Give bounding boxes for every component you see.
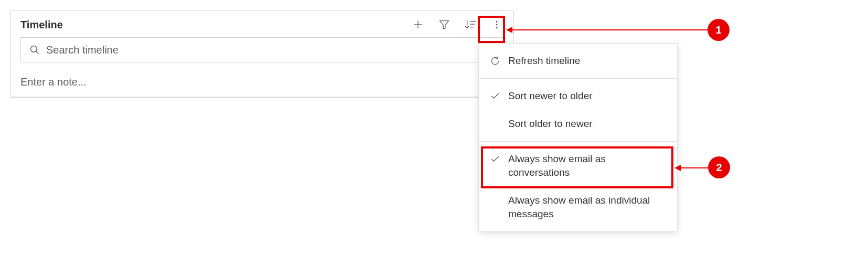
more-dropdown: Refresh timeline Sort newer to older Sor… bbox=[478, 43, 678, 231]
note-row bbox=[11, 68, 513, 97]
empty-icon bbox=[489, 118, 501, 130]
menu-label-sort-newer: Sort newer to older bbox=[508, 89, 593, 103]
svg-point-8 bbox=[496, 24, 498, 26]
search-wrap bbox=[11, 37, 513, 68]
menu-label-email-indiv: Always show email as individual messages bbox=[508, 194, 667, 220]
annotation-number-1: 1 bbox=[715, 24, 721, 36]
annotation-arrow-2 bbox=[674, 165, 681, 171]
menu-item-sort-newer[interactable]: Sort newer to older bbox=[479, 82, 677, 110]
filter-button[interactable] bbox=[437, 17, 452, 32]
menu-label-refresh: Refresh timeline bbox=[508, 54, 580, 68]
svg-marker-2 bbox=[440, 21, 449, 29]
dropdown-section-email: Always show email as conversations Alway… bbox=[479, 142, 677, 231]
dropdown-section-sort: Sort newer to older Sort older to newer bbox=[479, 79, 677, 142]
more-vertical-icon bbox=[491, 19, 502, 30]
menu-item-sort-older[interactable]: Sort older to newer bbox=[479, 110, 677, 138]
annotation-arrow-1 bbox=[506, 27, 512, 33]
svg-point-9 bbox=[496, 27, 498, 28]
menu-label-email-conv: Always show email as conversations bbox=[508, 152, 667, 179]
check-icon bbox=[489, 90, 501, 102]
search-icon bbox=[29, 45, 40, 55]
note-input[interactable] bbox=[20, 76, 504, 88]
svg-point-7 bbox=[496, 21, 498, 23]
annotation-line-2 bbox=[681, 167, 708, 168]
check-icon bbox=[489, 153, 501, 165]
annotation-badge-2: 2 bbox=[708, 156, 730, 178]
plus-icon bbox=[412, 19, 424, 30]
dropdown-section-refresh: Refresh timeline bbox=[479, 44, 677, 79]
filter-icon bbox=[438, 19, 450, 30]
more-button[interactable] bbox=[489, 17, 504, 32]
refresh-icon bbox=[489, 55, 501, 67]
timeline-panel: Timeline bbox=[10, 10, 514, 98]
sort-icon bbox=[464, 19, 477, 30]
empty-icon bbox=[489, 195, 501, 206]
timeline-title: Timeline bbox=[20, 19, 63, 31]
timeline-header: Timeline bbox=[11, 11, 513, 37]
annotation-number-2: 2 bbox=[716, 162, 722, 174]
annotation-line-1 bbox=[512, 29, 708, 30]
menu-item-email-individual[interactable]: Always show email as individual messages bbox=[479, 186, 677, 228]
annotation-badge-1: 1 bbox=[708, 19, 730, 41]
svg-line-11 bbox=[36, 51, 39, 54]
menu-item-refresh[interactable]: Refresh timeline bbox=[479, 47, 677, 75]
add-button[interactable] bbox=[411, 17, 425, 32]
menu-item-email-conversations[interactable]: Always show email as conversations bbox=[479, 145, 677, 186]
menu-label-sort-older: Sort older to newer bbox=[508, 117, 593, 131]
svg-point-10 bbox=[31, 46, 37, 52]
timeline-toolbar bbox=[411, 17, 504, 32]
sort-button[interactable] bbox=[463, 17, 478, 32]
search-input-container[interactable] bbox=[20, 37, 504, 62]
search-input[interactable] bbox=[46, 44, 495, 56]
